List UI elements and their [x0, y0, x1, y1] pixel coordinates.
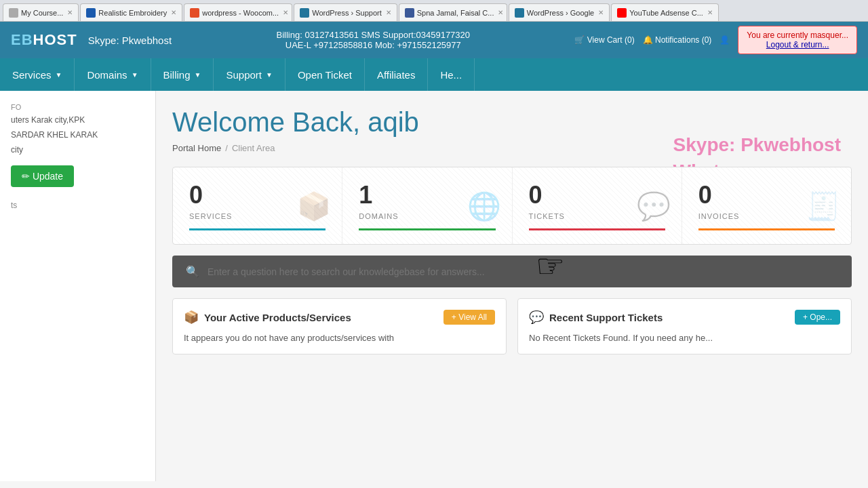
billing-line2: UAE-L +97125858816 Mob: +971552125977 — [277, 40, 471, 50]
masquerade-notice: You are currently masquer... Logout & re… — [738, 26, 857, 54]
logo-area: EBHOST Skype: Pkwebhost — [11, 31, 172, 49]
stat-services[interactable]: 0 SERVICES 📦 — [173, 167, 342, 244]
browser-tab-4[interactable]: WordPress › Support ✕ — [294, 3, 397, 21]
sidebar-address2: city — [0, 142, 155, 157]
chevron-down-icon: ▼ — [266, 71, 273, 79]
services-icon: 📦 — [297, 190, 331, 222]
content-area: Skype: Pkwebhost Whatsapp: 0345-9177320 … — [156, 91, 868, 481]
browser-tab-1[interactable]: My Course... ✕ — [3, 3, 79, 21]
products-icon: 📦 — [184, 310, 199, 325]
tickets-card-body: No Recent Tickets Found. If you need any… — [529, 333, 840, 343]
stat-invoices[interactable]: 0 INVOICES 🧾 — [682, 167, 851, 244]
bottom-cards: 📦 Your Active Products/Services + View A… — [172, 298, 852, 354]
search-icon: 🔍 — [186, 265, 199, 278]
tickets-card-header: 💬 Recent Support Tickets + Ope... — [529, 310, 840, 325]
nav-billing[interactable]: Billing ▼ — [151, 58, 214, 91]
sidebar: fo uters Karak city,KPK SARDAR KHEL KARA… — [0, 91, 156, 481]
nav-domains[interactable]: Domains ▼ — [75, 58, 151, 91]
tickets-card-icon: 💬 — [529, 310, 544, 325]
nav-open-ticket[interactable]: Open Ticket — [285, 58, 365, 91]
products-card: 📦 Your Active Products/Services + View A… — [172, 298, 507, 354]
nav-services[interactable]: Services ▼ — [0, 58, 75, 91]
chevron-down-icon: ▼ — [56, 71, 62, 79]
browser-tab-3[interactable]: wordpress - Woocom... ✕ — [184, 3, 292, 21]
chevron-down-icon: ▼ — [195, 71, 201, 79]
logout-return-link[interactable]: Logout & return... — [766, 40, 829, 49]
contact-info: Billing: 03127413561 SMS Support:0345917… — [277, 30, 471, 50]
view-cart-button[interactable]: 🛒 View Cart (0) — [574, 35, 634, 45]
products-card-header: 📦 Your Active Products/Services + View A… — [184, 310, 495, 325]
browser-tabs-bar: My Course... ✕ Realistic Embroidery ✕ wo… — [0, 0, 868, 22]
main-layout: fo uters Karak city,KPK SARDAR KHEL KARA… — [0, 91, 868, 481]
open-ticket-button[interactable]: + Ope... — [795, 310, 840, 325]
products-card-title: 📦 Your Active Products/Services — [184, 310, 351, 325]
nav-support[interactable]: Support ▼ — [214, 58, 285, 91]
tickets-card-title: 💬 Recent Support Tickets — [529, 310, 663, 325]
invoices-icon: 🧾 — [806, 190, 840, 222]
billing-line1: Billing: 03127413561 SMS Support:0345917… — [277, 30, 471, 40]
site-header: EBHOST Skype: Pkwebhost Billing: 0312741… — [0, 22, 868, 58]
breadcrumb-current: Client Area — [232, 143, 275, 153]
browser-tab-7[interactable]: YouTube Adsense C... ✕ — [611, 3, 719, 21]
update-button[interactable]: ✏ Update — [11, 165, 74, 187]
site-logo: EBHOST — [11, 31, 77, 49]
breadcrumb: Portal Home / Client Area — [172, 143, 852, 153]
notifications-button[interactable]: 🔔 Notifications (0) — [643, 35, 712, 45]
skype-label: Skype: Pkwebhost — [88, 35, 172, 46]
breadcrumb-separator: / — [225, 143, 228, 153]
stat-tickets[interactable]: 0 TICKETS 💬 — [513, 167, 682, 244]
sidebar-location: uters Karak city,KPK — [0, 113, 155, 127]
sidebar-info-label: fo — [0, 99, 155, 113]
breadcrumb-home[interactable]: Portal Home — [172, 143, 221, 153]
main-navigation: Services ▼ Domains ▼ Billing ▼ Support ▼… — [0, 58, 868, 91]
domains-icon: 🌐 — [467, 190, 501, 222]
knowledge-search-input[interactable] — [208, 266, 838, 277]
welcome-heading: Welcome Back, aqib — [172, 107, 852, 138]
view-all-button[interactable]: + View All — [443, 310, 495, 325]
nav-affiliates[interactable]: Affiliates — [365, 58, 428, 91]
knowledge-search-bar: 🔍 — [172, 256, 852, 287]
header-right-actions: 🛒 View Cart (0) 🔔 Notifications (0) 👤 Yo… — [574, 26, 857, 54]
browser-tab-2[interactable]: Realistic Embroidery ✕ — [80, 3, 182, 21]
sidebar-extra: ts — [0, 195, 155, 216]
masquerade-text: You are currently masquer... — [747, 30, 848, 40]
stats-row: 0 SERVICES 📦 1 DOMAINS 🌐 0 TICKETS 💬 — [172, 167, 852, 245]
products-card-body: It appears you do not have any products/… — [184, 333, 495, 343]
chevron-down-icon: ▼ — [132, 71, 138, 79]
browser-tab-6[interactable]: WordPress › Google ✕ — [509, 3, 610, 21]
browser-tab-5[interactable]: Spna Jamal, Faisal C... ✕ — [399, 3, 507, 21]
nav-help[interactable]: He... — [428, 58, 475, 91]
user-icon[interactable]: 👤 — [719, 35, 730, 45]
stat-domains[interactable]: 1 DOMAINS 🌐 — [342, 167, 512, 244]
tickets-card: 💬 Recent Support Tickets + Ope... No Rec… — [517, 298, 852, 354]
sidebar-address1: SARDAR KHEL KARAK — [0, 127, 155, 142]
tickets-icon: 💬 — [637, 190, 671, 222]
